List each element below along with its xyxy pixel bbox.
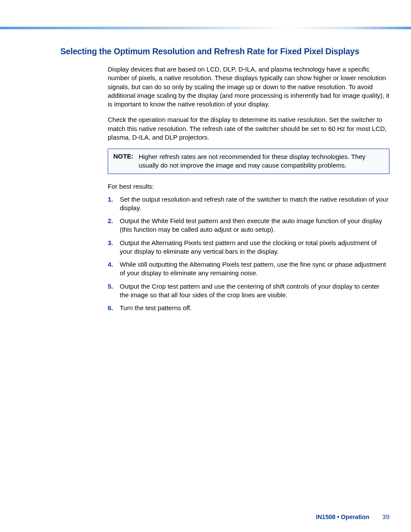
step-text: Turn the test patterns off. (120, 304, 389, 312)
page-footer: IN1508 • Operation 39 (316, 513, 389, 520)
footer-page-number: 39 (382, 513, 389, 520)
step-text: Set the output resolution and refresh ra… (120, 195, 389, 213)
note-box: NOTE: Higher refresh rates are not recom… (108, 149, 389, 174)
step-text: Output the Crop test pattern and use the… (120, 282, 389, 300)
paragraph-1: Display devices that are based on LCD, D… (108, 65, 389, 109)
list-item: 6. Turn the test patterns off. (108, 304, 389, 312)
list-item: 4. While still outputting the Alternatin… (108, 260, 389, 278)
step-number: 1. (108, 195, 115, 213)
list-item: 3. Output the Alternating Pixels test pa… (108, 239, 389, 256)
steps-list: 1. Set the output resolution and refresh… (108, 195, 389, 313)
list-item: 1. Set the output resolution and refresh… (108, 195, 389, 213)
footer-section-label: IN1508 • Operation (316, 513, 369, 520)
paragraph-2: Check the operation manual for the displ… (108, 115, 389, 142)
step-number: 6. (108, 304, 115, 312)
body-content: Display devices that are based on LCD, D… (108, 65, 389, 312)
list-item: 2. Output the White Field test pattern a… (108, 217, 389, 234)
step-number: 3. (108, 239, 115, 256)
step-number: 2. (108, 217, 115, 234)
section-heading: Selecting the Optimum Resolution and Ref… (60, 47, 389, 56)
page-content: Selecting the Optimum Resolution and Ref… (60, 47, 389, 317)
list-item: 5. Output the Crop test pattern and use … (108, 282, 389, 300)
step-text: While still outputting the Alternating P… (120, 260, 389, 278)
step-text: Output the White Field test pattern and … (120, 217, 389, 234)
header-bar (0, 27, 411, 29)
note-text: Higher refresh rates are not recommended… (139, 152, 384, 170)
step-number: 4. (108, 260, 115, 278)
step-number: 5. (108, 282, 115, 300)
list-intro: For best results: (108, 183, 389, 190)
note-label: NOTE: (113, 152, 134, 170)
step-text: Output the Alternating Pixels test patte… (120, 239, 389, 256)
